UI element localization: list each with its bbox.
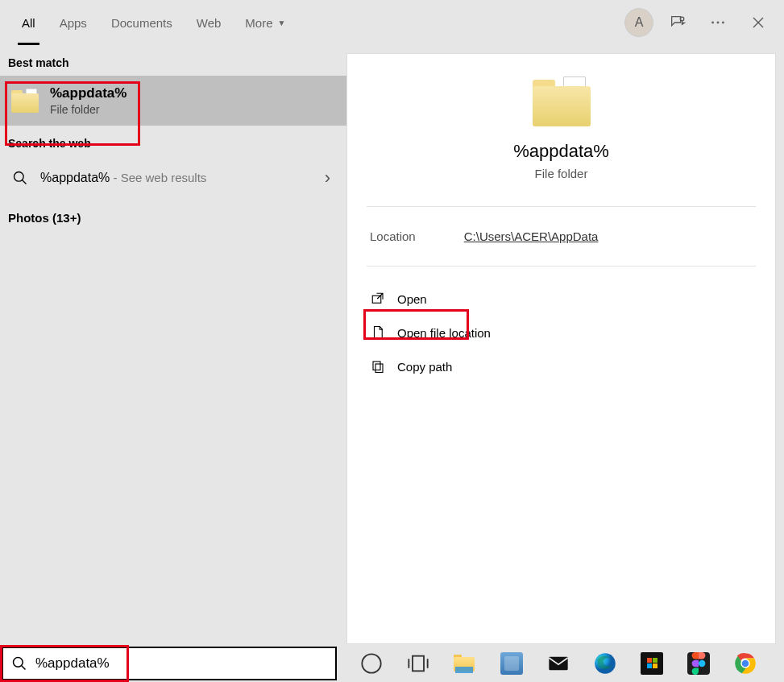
mail-icon[interactable] xyxy=(535,644,582,682)
search-icon xyxy=(11,655,27,672)
copy-path-label: Copy path xyxy=(397,360,452,374)
edge-icon[interactable] xyxy=(582,644,628,682)
divider xyxy=(367,266,756,267)
file-location-icon xyxy=(370,324,386,341)
svg-point-13 xyxy=(699,659,705,666)
tab-documents[interactable]: Documents xyxy=(99,0,185,45)
web-result-title: %appdata% xyxy=(40,171,110,184)
tab-all-label: All xyxy=(22,16,35,30)
svg-point-9 xyxy=(362,654,380,672)
best-match-title: %appdata% xyxy=(50,85,127,101)
location-path-link[interactable]: C:\Users\ACER\AppData xyxy=(464,229,599,243)
svg-point-2 xyxy=(717,22,720,24)
chrome-icon[interactable] xyxy=(722,644,769,682)
taskbar-pinned-apps xyxy=(348,644,769,682)
chevron-down-icon: ▼ xyxy=(278,19,286,27)
search-web-header: Search the web xyxy=(0,126,346,156)
web-search-result[interactable]: %appdata% - See web results › xyxy=(0,156,346,200)
tab-web-label: Web xyxy=(197,16,222,30)
figma-icon[interactable] xyxy=(675,644,722,682)
svg-point-8 xyxy=(14,658,23,668)
best-match-subtitle: File folder xyxy=(50,103,127,116)
svg-rect-10 xyxy=(413,655,424,671)
feedback-icon[interactable] xyxy=(662,6,694,39)
best-match-text: %appdata% File folder xyxy=(50,85,127,116)
open-file-location-label: Open file location xyxy=(397,326,491,340)
svg-rect-7 xyxy=(375,364,383,373)
preview-pane: %appdata% File folder Location C:\Users\… xyxy=(346,53,776,644)
tab-apps[interactable]: Apps xyxy=(48,0,99,45)
file-explorer-icon[interactable] xyxy=(442,644,488,682)
task-view-icon[interactable] xyxy=(395,644,442,682)
open-action-label: Open xyxy=(397,292,427,306)
tab-apps-label: Apps xyxy=(60,16,87,30)
tab-more-label: More xyxy=(245,16,272,30)
svg-point-4 xyxy=(15,172,24,182)
open-icon xyxy=(370,291,386,307)
main-split: Best match %appdata% File folder Search … xyxy=(0,45,784,644)
chevron-right-icon: › xyxy=(325,167,335,188)
microsoft-store-icon[interactable] xyxy=(628,644,675,682)
preview-header: %appdata% File folder xyxy=(347,54,775,196)
avatar-letter: A xyxy=(635,15,644,30)
copy-path-action[interactable]: Copy path xyxy=(363,350,759,382)
cortana-icon[interactable] xyxy=(348,644,395,682)
close-button[interactable] xyxy=(742,6,774,39)
top-tabs-bar: All Apps Documents Web More▼ A xyxy=(0,0,784,45)
more-options-icon[interactable] xyxy=(702,6,734,39)
divider xyxy=(367,206,756,207)
best-match-header: Best match xyxy=(0,45,346,76)
tab-all[interactable]: All xyxy=(10,0,48,45)
open-file-location-action[interactable]: Open file location xyxy=(363,316,759,349)
best-match-result[interactable]: %appdata% File folder xyxy=(0,76,346,126)
taskbar-search-box[interactable] xyxy=(2,647,337,680)
preview-subtitle: File folder xyxy=(535,167,588,180)
svg-rect-6 xyxy=(373,362,380,370)
tab-more[interactable]: More▼ xyxy=(233,0,297,45)
tab-web[interactable]: Web xyxy=(185,0,234,45)
taskbar xyxy=(0,644,784,682)
location-label: Location xyxy=(370,229,416,243)
copy-icon xyxy=(370,358,386,374)
svg-point-1 xyxy=(711,22,714,24)
preview-title: %appdata% xyxy=(513,141,609,162)
topbar-right-controls: A xyxy=(624,6,774,39)
user-avatar[interactable]: A xyxy=(624,8,653,37)
open-action[interactable]: Open xyxy=(363,283,759,315)
preview-actions: Open Open file location Copy path xyxy=(347,276,775,389)
search-icon xyxy=(11,169,29,187)
web-result-subtitle: - See web results xyxy=(110,171,206,184)
folder-icon-large xyxy=(533,76,591,126)
svg-point-3 xyxy=(722,22,724,24)
photos-header[interactable]: Photos (13+) xyxy=(0,200,346,236)
folder-icon xyxy=(11,89,39,113)
results-pane: Best match %appdata% File folder Search … xyxy=(0,45,346,644)
location-row: Location C:\Users\ACER\AppData xyxy=(347,217,775,256)
svg-rect-11 xyxy=(549,656,567,669)
taskbar-search-input[interactable] xyxy=(35,655,327,672)
word-icon[interactable] xyxy=(488,644,535,682)
search-scope-tabs: All Apps Documents Web More▼ xyxy=(10,0,297,45)
tab-documents-label: Documents xyxy=(111,16,172,30)
